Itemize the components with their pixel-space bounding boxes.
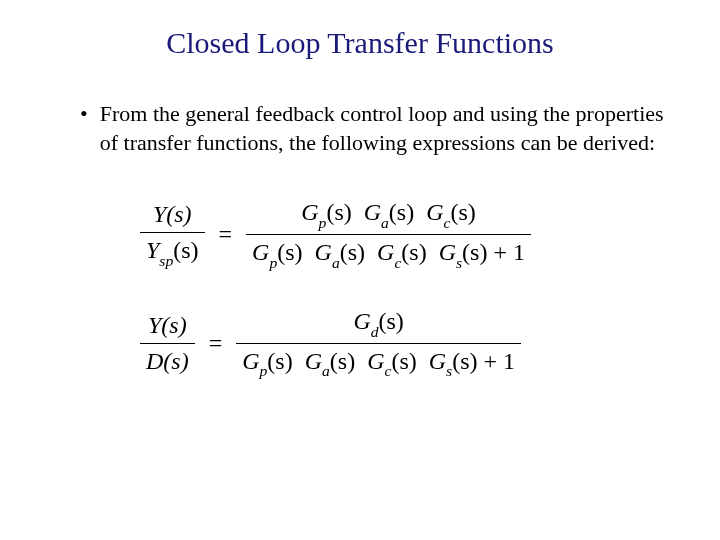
- eq1-den-tail: + 1: [487, 239, 525, 265]
- eq2-num-g1: G: [353, 308, 370, 334]
- eq1-left-den-sub: sp: [159, 252, 173, 269]
- slide-title: Closed Loop Transfer Functions: [50, 26, 670, 60]
- eq1-num-g1: G: [301, 199, 318, 225]
- eq2-num-g1-sub: d: [371, 323, 379, 340]
- eq2-den-g2-arg: (s): [330, 348, 355, 374]
- eq2-right-fraction: Gd(s) Gp(s) Ga(s) Gc(s) Gs(s) + 1: [236, 306, 521, 381]
- eq1-num-g3-sub: c: [444, 214, 451, 231]
- eq1-right-num: Gp(s) Ga(s) Gc(s): [295, 197, 482, 232]
- eq1-den-g3-arg: (s): [401, 239, 426, 265]
- eq2-right-den: Gp(s) Ga(s) Gc(s) Gs(s) + 1: [236, 346, 521, 381]
- eq1-den-g1-sub: p: [269, 254, 277, 271]
- equals-sign: =: [209, 330, 223, 357]
- eq1-den-g2-arg: (s): [340, 239, 365, 265]
- fraction-bar: [236, 343, 521, 344]
- eq1-left-den-var: Y: [146, 237, 159, 263]
- eq1-den-g3: G: [377, 239, 394, 265]
- eq1-num-g3: G: [426, 199, 443, 225]
- eq1-right-den: Gp(s) Ga(s) Gc(s) Gs(s) + 1: [246, 237, 531, 272]
- eq1-den-g4-sub: s: [456, 254, 462, 271]
- eq1-right-fraction: Gp(s) Ga(s) Gc(s) Gp(s) Ga(s) Gc(s) Gs(s…: [246, 197, 531, 272]
- eq2-den-g1: G: [242, 348, 259, 374]
- eq1-num-g2-arg: (s): [389, 199, 414, 225]
- eq1-left-num: Y(s): [153, 201, 192, 227]
- eq1-num-g1-arg: (s): [326, 199, 351, 225]
- eq2-right-num: Gd(s): [347, 306, 409, 341]
- eq2-left-den: D(s): [146, 348, 189, 374]
- eq2-den-g4: G: [429, 348, 446, 374]
- eq2-num-g1-arg: (s): [379, 308, 404, 334]
- eq2-den-g3: G: [367, 348, 384, 374]
- fraction-bar: [246, 234, 531, 235]
- eq2-den-g3-arg: (s): [391, 348, 416, 374]
- eq2-den-g2-sub: a: [322, 362, 330, 379]
- eq2-den-g4-sub: s: [446, 362, 452, 379]
- eq1-den-g2: G: [315, 239, 332, 265]
- eq2-den-g1-arg: (s): [267, 348, 292, 374]
- bullet-item: • From the general feedback control loop…: [50, 100, 670, 157]
- eq2-den-g3-sub: c: [384, 362, 391, 379]
- equals-sign: =: [219, 221, 233, 248]
- eq2-den-g2: G: [305, 348, 322, 374]
- eq2-left-fraction: Y(s) D(s): [140, 310, 195, 377]
- eq2-den-g4-arg: (s): [452, 348, 477, 374]
- eq1-num-g2: G: [364, 199, 381, 225]
- eq2-den-g1-sub: p: [260, 362, 268, 379]
- bullet-text: From the general feedback control loop a…: [100, 100, 670, 157]
- equation-1: Y(s) Ysp(s) = Gp(s) Ga(s) Gc(s) Gp(s) Ga…: [140, 197, 670, 272]
- eq1-left-fraction: Y(s) Ysp(s): [140, 199, 205, 270]
- eq1-den-g4: G: [439, 239, 456, 265]
- eq2-den-tail: + 1: [477, 348, 515, 374]
- eq1-left-den-arg: (s): [173, 237, 198, 263]
- bullet-marker: •: [80, 100, 88, 157]
- fraction-bar: [140, 232, 205, 233]
- equation-2: Y(s) D(s) = Gd(s) Gp(s) Ga(s) Gc(s) Gs(s…: [140, 306, 670, 381]
- eq1-num-g3-arg: (s): [450, 199, 475, 225]
- eq1-den-g4-arg: (s): [462, 239, 487, 265]
- slide: Closed Loop Transfer Functions • From th…: [0, 0, 720, 540]
- eq1-den-g2-sub: a: [332, 254, 340, 271]
- eq1-den-g1: G: [252, 239, 269, 265]
- eq2-left-num: Y(s): [148, 312, 187, 338]
- eq1-num-g2-sub: a: [381, 214, 389, 231]
- equations-block: Y(s) Ysp(s) = Gp(s) Ga(s) Gc(s) Gp(s) Ga…: [50, 197, 670, 380]
- eq1-den-g1-arg: (s): [277, 239, 302, 265]
- eq1-num-g1-sub: p: [319, 214, 327, 231]
- eq1-den-g3-sub: c: [394, 254, 401, 271]
- fraction-bar: [140, 343, 195, 344]
